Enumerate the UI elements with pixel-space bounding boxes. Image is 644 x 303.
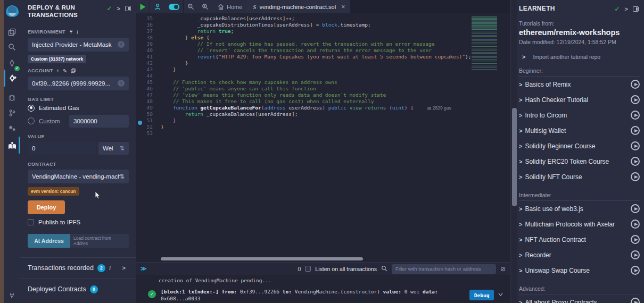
account-detail-icon[interactable]: i: [118, 80, 125, 87]
play-tutorial-icon[interactable]: [631, 80, 640, 89]
terminal-collapse-icon[interactable]: ≫: [141, 265, 147, 272]
play-tutorial-icon[interactable]: [631, 250, 640, 259]
environment-info-icon[interactable]: i: [77, 29, 78, 35]
estimated-gas-radio[interactable]: [28, 105, 35, 112]
value-unit-select[interactable]: Wei⇅: [98, 142, 129, 155]
transactions-info-icon[interactable]: i: [109, 265, 111, 271]
code-line[interactable]: 48 // This makes it free to call (no gas…: [136, 98, 510, 105]
search-icon[interactable]: [4, 39, 20, 55]
learneth-scrollbar[interactable]: [511, 0, 517, 303]
environment-select[interactable]: Injected Provider - MetaMask i: [28, 38, 129, 52]
tutorial-item[interactable]: >Basic use of web3.js: [519, 201, 640, 216]
terminal-search-icon[interactable]: [381, 264, 387, 274]
plug-icon[interactable]: [69, 29, 73, 35]
play-tutorial-icon[interactable]: [631, 220, 640, 229]
contract-select[interactable]: VendingMachine - vending-machin ⇅: [28, 170, 129, 183]
clear-console-icon[interactable]: ⊘: [500, 265, 506, 273]
play-tutorial-icon[interactable]: [631, 111, 640, 120]
code-line[interactable]: 49 function getCupcakeBalanceFor(address…: [136, 105, 510, 111]
editor-gutter-dot[interactable]: [138, 121, 142, 125]
code-editor[interactable]: 35 _cupcakeBalances[userAddress]++;36 _c…: [136, 13, 510, 262]
value-input[interactable]: 0: [28, 142, 96, 155]
tutorial-item[interactable]: >Multisig Wallet: [519, 123, 640, 138]
tx-expand-icon[interactable]: ˅: [498, 291, 503, 299]
close-tab-icon[interactable]: ×: [341, 3, 345, 11]
deployed-contracts-row[interactable]: Deployed Contracts 0: [20, 279, 136, 300]
play-tutorial-icon[interactable]: [631, 266, 640, 275]
debug-button[interactable]: Debug: [469, 290, 494, 300]
code-line[interactable]: 41 revert("HTTP 429: Too Many Cupcakes (…: [136, 54, 510, 60]
play-tutorial-icon[interactable]: [631, 126, 640, 135]
solidity-compiler-icon[interactable]: ✓: [4, 55, 20, 71]
learneth-pin-icon[interactable]: [633, 6, 639, 12]
code-line[interactable]: 53: [136, 130, 510, 137]
code-line[interactable]: 51 }: [136, 117, 510, 124]
tutorial-item[interactable]: >NFT Auction Contract: [519, 232, 640, 247]
import-tutorial-repo[interactable]: > Import another tutorial repo: [522, 54, 640, 60]
tutorial-item[interactable]: >Solidity Beginner Course: [519, 138, 640, 154]
custom-gas-radio[interactable]: [28, 117, 35, 124]
plugin-manager-plug-icon[interactable]: [4, 287, 20, 303]
remix-logo[interactable]: [4, 3, 20, 19]
panel-pin-icon[interactable]: [125, 6, 131, 11]
code-line[interactable]: 35 _cupcakeBalances[userAddress]++;: [136, 15, 510, 22]
sign-message-icon[interactable]: ✎: [63, 68, 68, 74]
run-script-play-button[interactable]: [136, 0, 150, 13]
debugger-icon[interactable]: [4, 89, 20, 105]
home-tab[interactable]: Home: [212, 4, 247, 10]
code-line[interactable]: 45 // Function to check how many cupcake…: [136, 79, 510, 86]
deploy-run-icon[interactable]: [4, 70, 20, 86]
ai-copilot-toggle[interactable]: [165, 0, 183, 13]
play-tutorial-icon[interactable]: [631, 95, 640, 104]
unit-stepper-icon[interactable]: ⇅: [119, 145, 125, 152]
play-tutorial-icon[interactable]: [631, 235, 640, 244]
zoom-out-icon[interactable]: [184, 0, 198, 13]
play-tutorial-icon[interactable]: [631, 204, 640, 213]
code-line[interactable]: 37 return true;: [136, 28, 510, 35]
code-line[interactable]: 52}: [136, 124, 510, 130]
listen-all-transactions-checkbox[interactable]: [305, 266, 311, 272]
account-select[interactable]: 0xf39...92266 (9999.99929... i: [28, 77, 129, 90]
terminal-filter-input[interactable]: Filter with transaction hash or address: [392, 264, 496, 274]
copy-account-icon[interactable]: [71, 68, 76, 73]
deploy-button[interactable]: Deploy: [28, 200, 65, 214]
code-line[interactable]: 36 _cupcakeDistributionTimes[userAddress…: [136, 22, 510, 28]
code-line[interactable]: 43 }: [136, 66, 510, 73]
at-address-input[interactable]: Load contract from Addres: [70, 234, 129, 248]
file-explorer-icon[interactable]: [4, 24, 20, 40]
horizontal-scrollbar[interactable]: [161, 257, 363, 260]
play-tutorial-icon[interactable]: [631, 141, 640, 150]
tutorial-item[interactable]: >All about Proxy Contracts: [519, 294, 640, 303]
transactions-recorded-row[interactable]: Transactions recorded 2 i >: [20, 257, 136, 279]
tutorial-item[interactable]: >Intro to Circom: [519, 107, 640, 123]
transaction-entry[interactable]: ✓ [block:1 txIndex:-] from: 0xf39...9226…: [148, 289, 510, 303]
environment-detail-icon[interactable]: i: [118, 41, 125, 48]
code-line[interactable]: 40 // 'revert' cancels the transaction a…: [136, 47, 510, 54]
tutorial-item[interactable]: >Basics of Remix: [519, 77, 640, 92]
tutorial-item[interactable]: >Recorder: [519, 247, 640, 263]
code-line[interactable]: 47 // 'view' means this function only re…: [136, 92, 510, 98]
publish-ipfs-checkbox[interactable]: [28, 219, 34, 225]
tutorial-item[interactable]: >Hash Checker Tutorial: [519, 92, 640, 107]
code-line[interactable]: 50 return _cupcakeBalances[userAddress];: [136, 111, 510, 117]
transactions-expand-icon[interactable]: >: [122, 265, 129, 271]
code-line[interactable]: 44: [136, 73, 510, 79]
code-line[interactable]: 39 // If not enough time has passed, rev…: [136, 41, 510, 47]
learneth-icon[interactable]: [4, 137, 20, 153]
learneth-collapse-icon[interactable]: >: [625, 6, 628, 12]
remix-ai-assistant-icon[interactable]: [150, 0, 165, 13]
play-tutorial-icon[interactable]: [631, 157, 640, 166]
scrollbar-thumb[interactable]: [512, 108, 517, 206]
at-address-button[interactable]: At Address: [28, 234, 70, 248]
tutorial-item[interactable]: >Solidity NFT Course: [519, 169, 640, 184]
play-tutorial-icon[interactable]: [631, 172, 640, 181]
git-branch-icon[interactable]: [4, 105, 20, 121]
tutorial-item[interactable]: >Uniswap Swap Course: [519, 263, 640, 278]
settings-icon[interactable]: [4, 120, 20, 136]
tutorial-item[interactable]: >Multichain Protocols with Axelar: [519, 216, 640, 232]
code-line[interactable]: 46 // 'public' means anyone can call thi…: [136, 86, 510, 92]
tab-vending-machine-contract[interactable]: S vending-machine-contract.sol ×: [247, 0, 350, 13]
custom-gas-input[interactable]: 3000000: [69, 115, 129, 128]
zoom-in-icon[interactable]: [198, 0, 212, 13]
add-account-icon[interactable]: +: [56, 68, 60, 74]
